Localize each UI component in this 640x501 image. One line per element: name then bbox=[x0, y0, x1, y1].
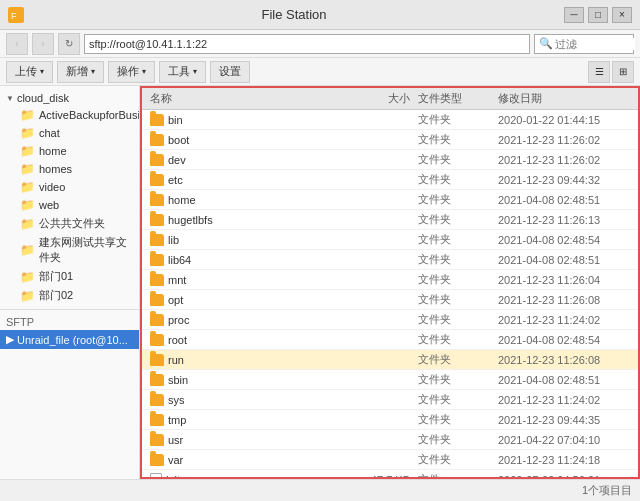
file-name: boot bbox=[142, 134, 348, 146]
folder-icon: 📁 bbox=[20, 198, 35, 212]
table-row[interactable]: boot 文件夹 2021-12-23 11:26:02 bbox=[142, 130, 638, 150]
refresh-button[interactable]: ↻ bbox=[58, 33, 80, 55]
table-row[interactable]: init 47.7 KB 文件 2020-07-09 04:56:21 bbox=[142, 470, 638, 477]
file-type: 文件夹 bbox=[418, 172, 498, 187]
table-row[interactable]: lib64 文件夹 2021-04-08 02:48:51 bbox=[142, 250, 638, 270]
action-label: 操作 bbox=[117, 64, 139, 79]
table-row[interactable]: mnt 文件夹 2021-12-23 11:26:04 bbox=[142, 270, 638, 290]
tools-arrow-icon: ▾ bbox=[193, 67, 197, 76]
file-list-header: 名称 大小 文件类型 修改日期 bbox=[142, 88, 638, 110]
table-row[interactable]: root 文件夹 2021-04-08 02:48:54 bbox=[142, 330, 638, 350]
tools-button[interactable]: 工具 ▾ bbox=[159, 61, 206, 83]
forward-button[interactable]: › bbox=[32, 33, 54, 55]
file-name: sbin bbox=[142, 374, 348, 386]
file-date: 2021-12-23 11:26:08 bbox=[498, 354, 638, 366]
file-name: usr bbox=[142, 434, 348, 446]
table-row[interactable]: etc 文件夹 2021-12-23 09:44:32 bbox=[142, 170, 638, 190]
app-icon: F bbox=[8, 7, 24, 23]
sidebar-item-dept02-label: 部门02 bbox=[39, 288, 73, 303]
window-controls[interactable]: ─ □ × bbox=[564, 7, 632, 23]
maximize-button[interactable]: □ bbox=[588, 7, 608, 23]
close-button[interactable]: × bbox=[612, 7, 632, 23]
folder-icon: 📁 bbox=[20, 243, 35, 257]
table-row[interactable]: home 文件夹 2021-04-08 02:48:51 bbox=[142, 190, 638, 210]
table-row[interactable]: lib 文件夹 2021-04-08 02:48:54 bbox=[142, 230, 638, 250]
cloud-disk-header[interactable]: ▼ cloud_disk bbox=[0, 90, 139, 106]
sidebar-item-public[interactable]: 📁 公共共文件夹 bbox=[0, 214, 139, 233]
folder-icon: 📁 bbox=[20, 162, 35, 176]
table-row[interactable]: var 文件夹 2021-12-23 11:24:18 bbox=[142, 450, 638, 470]
file-type: 文件夹 bbox=[418, 352, 498, 367]
file-name: opt bbox=[142, 294, 348, 306]
sidebar-item-homes[interactable]: 📁 homes bbox=[0, 160, 139, 178]
sidebar-item-dept02[interactable]: 📁 部门02 bbox=[0, 286, 139, 305]
list-view-button[interactable]: ☰ bbox=[588, 61, 610, 83]
table-row[interactable]: hugetlbfs 文件夹 2021-12-23 11:26:13 bbox=[142, 210, 638, 230]
sftp-label: SFTP bbox=[6, 316, 34, 328]
col-name-header: 名称 bbox=[142, 91, 348, 106]
file-type: 文件夹 bbox=[418, 412, 498, 427]
minimize-button[interactable]: ─ bbox=[564, 7, 584, 23]
table-row[interactable]: usr 文件夹 2021-04-22 07:04:10 bbox=[142, 430, 638, 450]
file-date: 2021-04-08 02:48:54 bbox=[498, 334, 638, 346]
file-type: 文件夹 bbox=[418, 332, 498, 347]
sftp-item[interactable]: ▶ Unraid_file (root@10... bbox=[0, 330, 139, 349]
file-date: 2021-04-22 07:04:10 bbox=[498, 434, 638, 446]
upload-label: 上传 bbox=[15, 64, 37, 79]
sidebar-item-shared[interactable]: 📁 建东网测试共享文件夹 bbox=[0, 233, 139, 267]
file-name-label: tmp bbox=[168, 414, 186, 426]
address-bar[interactable] bbox=[84, 34, 530, 54]
back-button[interactable]: ‹ bbox=[6, 33, 28, 55]
action-button[interactable]: 操作 ▾ bbox=[108, 61, 155, 83]
folder-icon: 📁 bbox=[20, 289, 35, 303]
table-row[interactable]: proc 文件夹 2021-12-23 11:24:02 bbox=[142, 310, 638, 330]
file-name-label: home bbox=[168, 194, 196, 206]
status-text: 1个项目目 bbox=[582, 483, 632, 498]
file-name-label: sbin bbox=[168, 374, 188, 386]
file-name: sys bbox=[142, 394, 348, 406]
table-row[interactable]: dev 文件夹 2021-12-23 11:26:02 bbox=[142, 150, 638, 170]
folder-icon-sm bbox=[150, 334, 164, 346]
folder-icon-sm bbox=[150, 414, 164, 426]
col-size-header: 大小 bbox=[348, 91, 418, 106]
folder-icon-sm bbox=[150, 234, 164, 246]
file-name: home bbox=[142, 194, 348, 206]
file-name: lib bbox=[142, 234, 348, 246]
table-row[interactable]: opt 文件夹 2021-12-23 11:26:08 bbox=[142, 290, 638, 310]
sidebar-item-video[interactable]: 📁 video bbox=[0, 178, 139, 196]
file-name: etc bbox=[142, 174, 348, 186]
sidebar-item-dept01[interactable]: 📁 部门01 bbox=[0, 267, 139, 286]
settings-button[interactable]: 设置 bbox=[210, 61, 250, 83]
file-date: 2021-12-23 11:24:02 bbox=[498, 394, 638, 406]
file-date: 2021-12-23 11:26:13 bbox=[498, 214, 638, 226]
sftp-item-label: Unraid_file (root@10... bbox=[17, 334, 128, 346]
table-row[interactable]: sys 文件夹 2021-12-23 11:24:02 bbox=[142, 390, 638, 410]
sidebar-item-activebackup[interactable]: 📁 ActiveBackupforBusi bbox=[0, 106, 139, 124]
search-input[interactable] bbox=[555, 38, 635, 50]
action-arrow-icon: ▾ bbox=[142, 67, 146, 76]
table-row[interactable]: sbin 文件夹 2021-04-08 02:48:51 bbox=[142, 370, 638, 390]
file-list: bin 文件夹 2020-01-22 01:44:15 boot 文件夹 202… bbox=[142, 110, 638, 477]
file-name: var bbox=[142, 454, 348, 466]
table-row[interactable]: tmp 文件夹 2021-12-23 09:44:35 bbox=[142, 410, 638, 430]
table-row[interactable]: bin 文件夹 2020-01-22 01:44:15 bbox=[142, 110, 638, 130]
new-button[interactable]: 新增 ▾ bbox=[57, 61, 104, 83]
upload-button[interactable]: 上传 ▾ bbox=[6, 61, 53, 83]
folder-icon-sm bbox=[150, 374, 164, 386]
sidebar-item-web[interactable]: 📁 web bbox=[0, 196, 139, 214]
folder-icon: 📁 bbox=[20, 144, 35, 158]
grid-view-button[interactable]: ⊞ bbox=[612, 61, 634, 83]
file-name: proc bbox=[142, 314, 348, 326]
file-name: run bbox=[142, 354, 348, 366]
sidebar-item-shared-label: 建东网测试共享文件夹 bbox=[39, 235, 133, 265]
folder-icon: 📁 bbox=[20, 180, 35, 194]
file-name-label: boot bbox=[168, 134, 189, 146]
file-date: 2021-04-08 02:48:51 bbox=[498, 194, 638, 206]
sidebar-item-chat[interactable]: 📁 chat bbox=[0, 124, 139, 142]
file-type: 文件夹 bbox=[418, 312, 498, 327]
navbar: ‹ › ↻ 🔍 bbox=[0, 30, 640, 58]
triangle-icon: ▶ bbox=[6, 333, 14, 346]
statusbar: 1个项目目 bbox=[0, 479, 640, 501]
table-row[interactable]: run 文件夹 2021-12-23 11:26:08 bbox=[142, 350, 638, 370]
sidebar-item-home[interactable]: 📁 home bbox=[0, 142, 139, 160]
